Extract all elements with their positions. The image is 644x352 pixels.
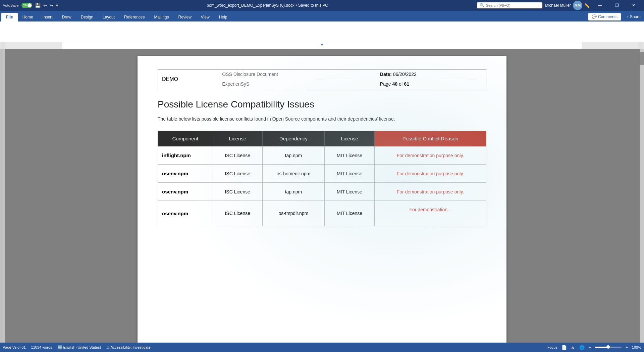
ribbon-actions: 💬 Comments ↑ Share <box>588 13 644 21</box>
section-description: The table below lists possible license c… <box>158 115 486 123</box>
tab-design[interactable]: Design <box>76 13 98 21</box>
tab-review[interactable]: Review <box>174 13 196 21</box>
table-row: osenv.npm ISC License os-homedir.npm MIT… <box>158 165 486 183</box>
scrollbar-thumb[interactable] <box>640 52 644 65</box>
tab-references[interactable]: References <box>119 13 149 21</box>
tab-draw[interactable]: Draw <box>57 13 76 21</box>
window-controls: — ❐ ✕ <box>592 0 641 11</box>
row0-dep-license: MIT License <box>324 146 374 165</box>
language-icon: 🔤 <box>58 345 62 349</box>
minimize-button[interactable]: — <box>592 0 608 11</box>
zoom-level: 100% <box>632 345 641 349</box>
comment-icon: 💬 <box>592 14 597 19</box>
doc-area: DEMO OSS Disclosure Document Date: 06/20… <box>0 49 644 343</box>
word-count: 11034 words <box>31 345 52 349</box>
title-bar-center: bom_word_export_DEMO_ExperienSyS (6).doc… <box>58 3 477 8</box>
header-table: DEMO OSS Disclosure Document Date: 06/20… <box>158 69 486 89</box>
header-company: DEMO <box>158 70 218 89</box>
redo-icon[interactable]: ↪ <box>50 3 53 8</box>
comments-button[interactable]: 💬 Comments <box>588 13 621 21</box>
focus-label[interactable]: Focus <box>547 345 557 349</box>
row3-dep-license: MIT License <box>324 201 374 226</box>
tab-mailings[interactable]: Mailings <box>149 13 173 21</box>
table-row: inflight.npm ISC License tap.npm MIT Lic… <box>158 146 486 165</box>
zoom-out-icon[interactable]: − <box>589 345 591 349</box>
view-web-icon[interactable]: 🌐 <box>579 345 585 350</box>
zoom-slider[interactable] <box>595 347 622 348</box>
view-print-icon[interactable]: 🖨 <box>571 345 575 350</box>
tab-file[interactable]: File <box>1 13 18 21</box>
share-icon: ↑ <box>627 14 629 19</box>
row2-dependency: tap.npm <box>262 183 324 201</box>
view-normal-icon[interactable]: 📄 <box>561 345 567 350</box>
ruler <box>0 42 644 49</box>
row2-license: ISC License <box>213 183 262 201</box>
file-name: bom_word_export_DEMO_ExperienSyS (6).doc… <box>207 3 328 8</box>
edit-icon[interactable]: ✏️ <box>584 3 590 8</box>
search-input[interactable] <box>486 3 540 7</box>
header-system: ExperienSyS <box>218 79 376 89</box>
col-header-dependency: Dependency <box>262 131 324 146</box>
table-row: osenv.npm ISC License tap.npm MIT Licens… <box>158 183 486 201</box>
row1-conflict: For demonstration purpose only. <box>375 165 486 183</box>
ribbon-tabs: File Home Insert Draw Design Layout Refe… <box>0 11 644 21</box>
doc-page: DEMO OSS Disclosure Document Date: 06/20… <box>138 56 506 343</box>
row0-component: inflight.npm <box>158 146 213 165</box>
title-bar-right: 🔍 Michael Muller MM ✏️ — ❐ ✕ <box>477 0 641 11</box>
language-indicator[interactable]: 🔤 English (United States) <box>58 345 101 350</box>
ribbon-content <box>0 21 644 42</box>
autosave-toggle[interactable]: ON <box>21 3 32 8</box>
row1-dependency: os-homedir.npm <box>262 165 324 183</box>
accessibility-icon: ⚠ <box>106 345 110 349</box>
row2-conflict: For demonstration purpose only. <box>375 183 486 201</box>
status-bar: Page 39 of 61 11034 words 🔤 English (Uni… <box>0 343 644 352</box>
row1-license: ISC License <box>213 165 262 183</box>
row3-license: ISC License <box>213 201 262 226</box>
scrollbar-right[interactable] <box>640 49 644 343</box>
user-avatar[interactable]: MM <box>573 1 582 10</box>
col-header-component: Component <box>158 131 213 146</box>
tab-help[interactable]: Help <box>214 13 232 21</box>
header-doc-type: OSS Disclosure Document <box>218 70 376 79</box>
autosave-toggle-state: ON <box>23 4 28 7</box>
ruler-margin-right <box>639 42 643 49</box>
save-icon[interactable]: 💾 <box>35 3 41 8</box>
ruler-indent-marker[interactable] <box>321 43 323 45</box>
zoom-handle[interactable] <box>606 345 610 349</box>
zoom-in-icon[interactable]: + <box>626 345 628 349</box>
tab-insert[interactable]: Insert <box>38 13 57 21</box>
compatibility-table: Component License Dependency License Pos… <box>158 131 486 226</box>
title-bar-left: AutoSave ON 💾 ↩ ↪ ▾ <box>3 3 58 8</box>
row1-component: osenv.npm <box>158 165 213 183</box>
restore-button[interactable]: ❐ <box>609 0 625 11</box>
tab-view[interactable]: View <box>196 13 214 21</box>
tab-layout[interactable]: Layout <box>98 13 119 21</box>
ruler-body <box>5 42 639 49</box>
tab-home[interactable]: Home <box>18 13 38 21</box>
col-header-conflict: Possible Conflict Reason <box>375 131 486 146</box>
accessibility-warning[interactable]: ⚠ Accessibility: Investigate <box>106 345 151 350</box>
autosave-label: AutoSave <box>3 3 19 7</box>
undo-icon[interactable]: ↩ <box>43 3 47 8</box>
row3-conflict: For demonstration... <box>375 201 486 226</box>
table-row: osenv.npm ISC License os-tmpdir.npm MIT … <box>158 201 486 226</box>
search-box[interactable]: 🔍 <box>477 2 542 8</box>
scrollbar-left <box>0 49 5 343</box>
user-section: Michael Muller MM ✏️ <box>545 1 590 10</box>
col-header-license: License <box>213 131 262 146</box>
row0-dependency: tap.npm <box>262 146 324 165</box>
close-button[interactable]: ✕ <box>626 0 641 11</box>
row0-conflict: For demonstration purpose only. <box>375 146 486 165</box>
row2-component: osenv.npm <box>158 183 213 201</box>
ruler-margin-left <box>1 42 5 49</box>
col-header-dep-license: License <box>324 131 374 146</box>
open-source-link[interactable]: Open Source <box>272 116 300 122</box>
share-button[interactable]: ↑ Share <box>623 13 644 20</box>
row2-dep-license: MIT License <box>324 183 374 201</box>
header-page: Page 40 of 61 <box>376 79 486 89</box>
title-bar: AutoSave ON 💾 ↩ ↪ ▾ bom_word_export_DEMO… <box>0 0 644 11</box>
ribbon: File Home Insert Draw Design Layout Refe… <box>0 11 644 42</box>
page-info: Page 39 of 61 <box>3 345 26 349</box>
row3-dependency: os-tmpdir.npm <box>262 201 324 226</box>
user-name: Michael Muller <box>545 3 571 8</box>
